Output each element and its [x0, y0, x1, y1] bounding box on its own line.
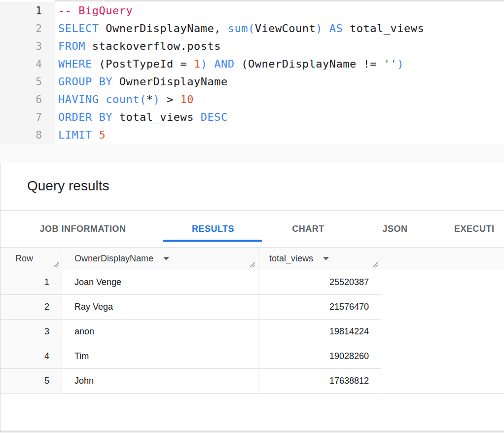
- table-row: 2Ray Vega21576470: [0, 295, 504, 320]
- results-table: RowOwnerDisplayNametotal_views 1Joan Ven…: [0, 248, 504, 394]
- tab-chart[interactable]: CHART: [292, 224, 324, 234]
- code-token-pl: (PostTypeId =: [92, 58, 194, 70]
- sql-editor[interactable]: 1-- BigQuery2SELECT OwnerDisplayName, su…: [0, 0, 504, 163]
- code-line[interactable]: 6HAVING count(*) > 10: [0, 91, 504, 108]
- code-token-cm: -- BigQuery: [58, 4, 133, 17]
- code-token-pl: total_views: [343, 22, 424, 35]
- code-token-pl: ViewCount: [255, 22, 316, 35]
- code-token-pl: total_views: [112, 111, 201, 123]
- code-token-kw: WHERE: [58, 58, 92, 70]
- cell-row-number: 3: [0, 320, 62, 344]
- code-token-kw: HAVING: [58, 93, 99, 106]
- code-text: ORDER BY total_views DESC: [55, 108, 228, 126]
- code-token-kw: count(: [106, 93, 146, 106]
- code-token-num: 1: [194, 58, 201, 70]
- code-text: FROM stackoverflow.posts: [55, 37, 221, 55]
- query-results-panel: Query results JOB INFORMATIONRESULTSCHAR…: [0, 163, 504, 433]
- code-line[interactable]: 5GROUP BY OwnerDisplayName: [0, 73, 504, 91]
- code-token-kw: FROM: [58, 40, 85, 52]
- code-token-str: '': [384, 58, 397, 70]
- code-text: LIMIT 5: [55, 126, 106, 144]
- column-header-label: Row: [15, 253, 33, 264]
- cell-empty: [381, 344, 504, 369]
- code-token-kw: ): [397, 58, 404, 70]
- cell-owner-display-name: Tim: [62, 344, 258, 369]
- code-token-kw: AS: [329, 22, 343, 35]
- code-line[interactable]: 1-- BigQuery: [0, 2, 504, 20]
- cell-row-number: 5: [0, 369, 62, 394]
- code-token-num: 5: [99, 129, 106, 141]
- code-token-pl: stackoverflow.posts: [85, 40, 221, 52]
- table-row: 5John17638812: [0, 369, 504, 394]
- code-token-kw: GROUP BY: [58, 75, 112, 88]
- line-number: 1: [0, 2, 55, 20]
- active-tab-indicator: [163, 240, 262, 242]
- code-text: -- BigQuery: [55, 2, 133, 20]
- cell-owner-display-name: John: [62, 369, 258, 394]
- tab-json[interactable]: JSON: [382, 224, 407, 234]
- table-row: 3anon19814224: [0, 320, 504, 344]
- column-resize-handle[interactable]: [249, 261, 256, 269]
- code-token-pl: (OwnerDisplayName !=: [234, 58, 383, 70]
- line-number: 4: [0, 55, 55, 73]
- column-header-label: total_views: [269, 253, 313, 264]
- tab-results[interactable]: RESULTS: [192, 224, 234, 234]
- column-header-empty[interactable]: [381, 248, 504, 270]
- tab-job-information[interactable]: JOB INFORMATION: [39, 224, 126, 234]
- line-number: 2: [0, 20, 55, 37]
- code-token-kw: ): [153, 93, 160, 106]
- results-tabbar: JOB INFORMATIONRESULTSCHARTJSONEXECUTI: [0, 211, 504, 248]
- cell-empty: [381, 295, 504, 320]
- code-token-kw: AND: [214, 58, 234, 70]
- code-token-kw: SELECT: [58, 22, 99, 35]
- code-line[interactable]: 2SELECT OwnerDisplayName, sum(ViewCount)…: [0, 20, 504, 37]
- sort-dropdown-icon[interactable]: [323, 257, 329, 260]
- column-resize-handle[interactable]: [371, 261, 379, 269]
- code-token-pl: OwnerDisplayName,: [99, 22, 227, 35]
- editor-horizontal-scrollbar[interactable]: [0, 144, 504, 163]
- code-lines: 1-- BigQuery2SELECT OwnerDisplayName, su…: [0, 2, 504, 144]
- cell-row-number: 1: [0, 270, 62, 295]
- line-number: 8: [0, 126, 55, 144]
- code-token-pl: [99, 93, 106, 106]
- cell-total-views: 19028260: [258, 344, 381, 369]
- cell-empty: [381, 270, 504, 295]
- column-header-total_views[interactable]: total_views: [258, 248, 381, 270]
- code-token-kw: ): [316, 22, 323, 35]
- results-table-header: RowOwnerDisplayNametotal_views: [0, 248, 504, 270]
- column-header-label: OwnerDisplayName: [74, 253, 153, 264]
- sort-dropdown-icon[interactable]: [163, 257, 169, 260]
- code-token-kw: sum(: [228, 22, 255, 35]
- cell-total-views: 17638812: [258, 369, 381, 394]
- code-line[interactable]: 8LIMIT 5: [0, 126, 504, 144]
- code-token-pl: [207, 58, 214, 70]
- cell-total-views: 25520387: [258, 270, 381, 295]
- editor-top-divider: [55, 0, 504, 1]
- code-text: SELECT OwnerDisplayName, sum(ViewCount) …: [55, 20, 424, 37]
- table-row: 1Joan Venge25520387: [0, 270, 504, 295]
- results-table-body: 1Joan Venge255203872Ray Vega215764703ano…: [0, 270, 504, 394]
- code-token-pl: [323, 22, 329, 35]
- column-resize-handle[interactable]: [52, 261, 60, 269]
- cell-owner-display-name: anon: [62, 320, 258, 344]
- code-text: WHERE (PostTypeId = 1) AND (OwnerDisplay…: [55, 55, 404, 73]
- line-number: 5: [0, 73, 55, 91]
- query-results-header: Query results: [0, 163, 504, 211]
- code-token-pl: >: [160, 93, 180, 106]
- code-token-kw: DESC: [201, 111, 228, 123]
- cell-owner-display-name: Ray Vega: [62, 295, 258, 320]
- code-line[interactable]: 7ORDER BY total_views DESC: [0, 108, 504, 126]
- line-number: 7: [0, 108, 55, 126]
- query-results-title: Query results: [0, 163, 504, 194]
- code-line[interactable]: 4WHERE (PostTypeId = 1) AND (OwnerDispla…: [0, 55, 504, 73]
- cell-empty: [381, 369, 504, 394]
- code-line[interactable]: 3FROM stackoverflow.posts: [0, 37, 504, 55]
- cell-total-views: 19814224: [258, 320, 381, 344]
- cell-total-views: 21576470: [258, 295, 381, 320]
- tab-execution-details[interactable]: EXECUTI: [454, 224, 495, 234]
- column-header-OwnerDisplayName[interactable]: OwnerDisplayName: [62, 248, 258, 270]
- table-row: 4Tim19028260: [0, 344, 504, 369]
- line-number: 6: [0, 91, 55, 108]
- column-header-Row[interactable]: Row: [0, 248, 62, 270]
- code-token-pl: [92, 129, 99, 141]
